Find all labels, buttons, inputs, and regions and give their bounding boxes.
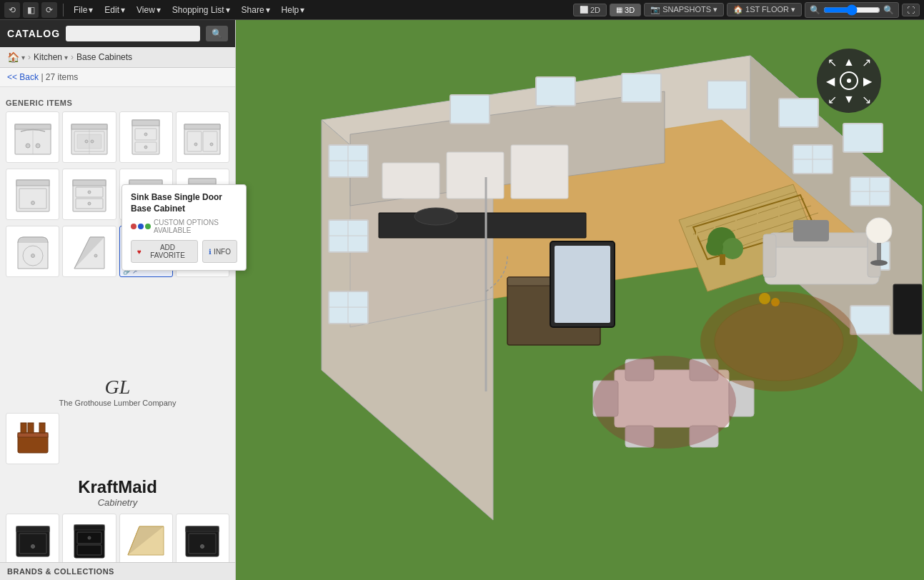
nav-center[interactable] bbox=[840, 71, 858, 90]
fullscreen-button[interactable]: ⛶ bbox=[902, 4, 920, 16]
svg-rect-115 bbox=[779, 99, 818, 127]
item-count: 27 items bbox=[46, 72, 78, 82]
svg-rect-156 bbox=[893, 284, 922, 334]
file-menu[interactable]: File ▾ bbox=[69, 4, 97, 16]
zoom-in-icon[interactable]: 🔍 bbox=[883, 5, 894, 15]
shopping-list-menu[interactable]: Shopping List ▾ bbox=[168, 4, 234, 16]
cabinet-icon-10 bbox=[69, 231, 110, 271]
zoom-slider[interactable] bbox=[823, 4, 880, 16]
svg-rect-1 bbox=[15, 124, 51, 129]
tooltip-buttons: ♥ ADD FAVORITE ℹ INFO bbox=[131, 240, 235, 263]
generic-items-title: GENERIC ITEMS bbox=[6, 99, 229, 107]
zoom-out-icon[interactable]: 🔍 bbox=[810, 5, 820, 15]
svg-point-121 bbox=[414, 208, 457, 225]
nav-row-middle: ◀ ▶ bbox=[823, 71, 875, 90]
help-menu[interactable]: Help ▾ bbox=[277, 4, 309, 16]
kraftmaid-sub: Cabinetry bbox=[6, 497, 229, 508]
nav-down-right[interactable]: ↘ bbox=[858, 91, 874, 107]
heart-icon: ♥ bbox=[137, 248, 141, 256]
back-link[interactable]: << Back bbox=[7, 72, 39, 82]
info-icon: ℹ bbox=[209, 248, 212, 256]
svg-point-67 bbox=[88, 536, 91, 539]
add-favorite-button[interactable]: ♥ ADD FAVORITE bbox=[131, 240, 198, 263]
kraftmaid-logo[interactable]: KraftMaid Cabinetry bbox=[6, 471, 229, 514]
kraftmaid-item-3[interactable] bbox=[119, 514, 173, 562]
catalog-item-10[interactable] bbox=[62, 226, 116, 277]
grothouse-brand-section: GL The Grothouse Lumber Company bbox=[6, 370, 229, 464]
svg-point-4 bbox=[36, 144, 40, 148]
svg-rect-56 bbox=[21, 423, 26, 433]
cabinet-icon-3 bbox=[125, 117, 167, 157]
navigation-control[interactable]: ↖ ▲ ↗ ◀ ▶ ↙ ▼ ↘ bbox=[817, 49, 881, 113]
catalog-item-3[interactable] bbox=[119, 111, 173, 163]
info-button[interactable]: ℹ INFO bbox=[202, 240, 235, 263]
kraftmaid-item-2[interactable] bbox=[62, 514, 116, 562]
dot-red bbox=[131, 224, 136, 229]
catalog-content: GENERIC ITEMS bbox=[0, 87, 235, 562]
toolbar-right: ⬜ 2D ▦ 3D 📷 SNAPSHOTS ▾ 🏠 1ST FLOOR ▾ 🔍 … bbox=[573, 2, 920, 18]
svg-rect-70 bbox=[186, 526, 219, 531]
undo-icon[interactable]: ⟲ bbox=[4, 2, 20, 18]
catalog-item-1[interactable] bbox=[6, 111, 59, 163]
svg-rect-110 bbox=[850, 306, 890, 334]
share-menu[interactable]: Share ▾ bbox=[237, 4, 274, 16]
svg-rect-118 bbox=[447, 152, 504, 199]
view-menu[interactable]: View ▾ bbox=[132, 4, 165, 16]
3d-view-button[interactable]: ▦ 3D bbox=[610, 4, 641, 16]
svg-rect-117 bbox=[382, 163, 439, 199]
svg-rect-112 bbox=[536, 77, 575, 106]
svg-rect-113 bbox=[622, 74, 661, 102]
svg-point-10 bbox=[85, 140, 88, 143]
svg-point-157 bbox=[866, 218, 892, 244]
2d-view-button[interactable]: ⬜ 2D bbox=[573, 4, 607, 16]
svg-point-31 bbox=[88, 202, 91, 205]
cabinet-icon-6 bbox=[69, 174, 110, 214]
catalog-header: CATALOG 🔍 bbox=[0, 20, 235, 47]
svg-rect-57 bbox=[28, 423, 34, 433]
catalog-item-2[interactable] bbox=[62, 111, 116, 163]
svg-point-11 bbox=[91, 140, 94, 143]
room-render[interactable] bbox=[236, 20, 924, 580]
breadcrumb-base-cabinets: Base Cabinets bbox=[76, 52, 132, 62]
kraftmaid-icon-1 bbox=[12, 519, 54, 559]
svg-point-45 bbox=[94, 254, 97, 257]
kraftmaid-items bbox=[6, 514, 229, 562]
nav-row-bottom: ↙ ▼ ↘ bbox=[824, 91, 874, 107]
grothouse-item-1[interactable] bbox=[6, 413, 59, 464]
snapshots-button[interactable]: 📷 SNAPSHOTS ▾ bbox=[644, 3, 724, 16]
breadcrumb-kitchen[interactable]: Kitchen ▾ bbox=[34, 52, 68, 62]
svg-point-3 bbox=[26, 144, 30, 148]
redo-icon[interactable]: ◧ bbox=[23, 2, 39, 18]
nav-left[interactable]: ◀ bbox=[823, 73, 838, 89]
grothouse-logo[interactable]: GL The Grothouse Lumber Company bbox=[6, 370, 229, 413]
catalog-panel: CATALOG 🔍 🏠 ▾ › Kitchen ▾ › Base Cabinet… bbox=[0, 20, 236, 580]
catalog-item-6[interactable] bbox=[62, 169, 116, 220]
nav-center-dot bbox=[847, 79, 851, 83]
kraftmaid-item-1[interactable] bbox=[6, 514, 59, 562]
save-icon[interactable]: ⟳ bbox=[41, 2, 57, 18]
search-input[interactable] bbox=[66, 26, 200, 41]
catalog-item-4[interactable] bbox=[176, 111, 229, 163]
nav-up-right[interactable]: ↗ bbox=[858, 54, 874, 70]
grothouse-items bbox=[6, 413, 229, 464]
svg-rect-23 bbox=[16, 180, 49, 186]
nav-down[interactable]: ▼ bbox=[841, 91, 857, 107]
dot-green bbox=[145, 224, 151, 229]
breadcrumb-sep2: › bbox=[71, 52, 74, 62]
svg-rect-58 bbox=[39, 423, 45, 433]
3d-view-panel[interactable]: ↖ ▲ ↗ ◀ ▶ ↙ ▼ ↘ bbox=[236, 20, 924, 580]
breadcrumb-home[interactable]: 🏠 ▾ bbox=[7, 51, 25, 63]
search-button[interactable]: 🔍 bbox=[206, 26, 228, 41]
nav-up-left[interactable]: ↖ bbox=[824, 54, 840, 70]
color-dots bbox=[131, 224, 151, 229]
floor-button[interactable]: 🏠 1ST FLOOR ▾ bbox=[727, 3, 802, 16]
kraftmaid-item-4[interactable] bbox=[176, 514, 229, 562]
edit-menu[interactable]: Edit ▾ bbox=[100, 4, 129, 16]
nav-up[interactable]: ▲ bbox=[841, 54, 857, 70]
nav-right[interactable]: ▶ bbox=[860, 73, 875, 89]
nav-down-left[interactable]: ↙ bbox=[824, 91, 840, 107]
catalog-item-9[interactable] bbox=[6, 226, 59, 277]
grothouse-name: GL bbox=[6, 376, 229, 399]
catalog-item-5[interactable] bbox=[6, 169, 59, 220]
svg-rect-119 bbox=[511, 145, 568, 199]
